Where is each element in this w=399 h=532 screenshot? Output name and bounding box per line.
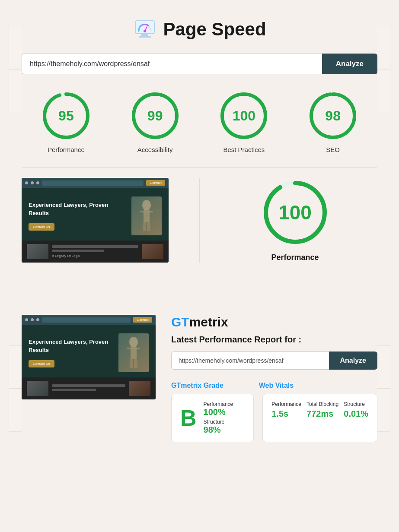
mock-dot-3 — [36, 181, 39, 184]
big-score-circle: 100 — [261, 178, 330, 247]
gt-grade-section-label: GTmetrix Grade — [171, 382, 250, 390]
score-number-seo: 98 — [325, 108, 341, 124]
score-number-accessibility: 99 — [147, 108, 163, 124]
page-title: Page Speed — [163, 19, 266, 40]
gt-vital-blocking: Total Blocking 772ms — [306, 401, 338, 419]
gt-metric-value-structure: 98% — [204, 425, 233, 435]
svg-rect-17 — [143, 222, 146, 231]
gt-vital-value-structure: 0.01% — [344, 409, 368, 419]
page-header: Page Speed — [22, 17, 377, 41]
gt-section-labels-row: GTmetrix Grade Web Vitals — [171, 382, 377, 390]
gt-vital-label-blocking: Total Blocking — [306, 401, 338, 407]
gt-vitals-section-label: Web Vitals — [259, 382, 377, 390]
website-preview-mock: Contact Experienced Lawyers, Proven Resu… — [22, 178, 169, 263]
pagespeed-section: Page Speed Analyze 95 Performance — [22, 17, 377, 282]
score-circle-performance: 95 — [40, 90, 92, 142]
score-circle-best-practices: 100 — [218, 90, 270, 142]
gt-text-lines — [52, 384, 125, 393]
mock-cta-btn: Contact — [146, 180, 165, 186]
gt-mock-hero-heading: Experienced Lawyers, Proven Results — [29, 338, 113, 354]
score-seo: 98 SEO — [307, 90, 359, 153]
score-best-practices: 100 Best Practices — [218, 90, 270, 153]
mock-url-bar — [42, 180, 144, 186]
gt-grades-row: B Performance 100% Structure 98% — [171, 394, 377, 442]
score-label-accessibility: Accessibility — [137, 146, 173, 153]
gt-mock-hero-img — [118, 333, 149, 372]
gt-metric-label-structure: Structure — [204, 419, 233, 425]
gt-metric-value-performance: 100% — [204, 407, 233, 417]
gt-vital-value-blocking: 772ms — [306, 409, 338, 419]
mock-bottom-strip: A Legacy Of Legal — [22, 241, 169, 263]
gt-mock-bottom — [22, 377, 156, 399]
gt-logo-metrix: metrix — [189, 315, 228, 329]
analyze-button[interactable]: Analyze — [322, 54, 377, 74]
gt-metric-performance: Performance 100% — [204, 401, 233, 417]
main-section-divider — [22, 292, 377, 292]
gt-grade-content: B Performance 100% Structure 98% — [180, 401, 245, 435]
gt-logo-gt: GT — [171, 315, 189, 329]
gt-dot-2 — [31, 318, 34, 321]
speedometer-icon — [133, 17, 157, 41]
gt-url-bar — [42, 317, 131, 323]
mock-dot-1 — [25, 181, 28, 184]
mock-line-2 — [52, 250, 104, 252]
gt-dot-1 — [25, 318, 28, 321]
gt-grade-letter: B — [180, 407, 197, 429]
gt-metric-structure: Structure 98% — [204, 419, 233, 435]
score-accessibility: 99 Accessibility — [129, 90, 181, 153]
gtmetrix-section: Contact Experienced Lawyers, Proven Resu… — [22, 306, 377, 442]
gt-url-input[interactable] — [171, 352, 329, 370]
big-score-col: 100 Performance — [200, 178, 377, 262]
gt-report-title: Latest Performance Report for : — [171, 335, 377, 345]
svg-rect-24 — [135, 348, 140, 349]
svg-rect-2 — [139, 36, 151, 38]
website-preview-col: Contact Experienced Lawyers, Proven Resu… — [22, 178, 200, 263]
score-number-performance: 95 — [58, 108, 74, 124]
gt-mock-hero-text: Experienced Lawyers, Proven Results Cont… — [29, 338, 113, 367]
svg-point-21 — [129, 337, 138, 347]
mock-hero: Experienced Lawyers, Proven Results Cont… — [22, 188, 169, 241]
gt-vital-label-structure: Structure — [344, 401, 368, 407]
section-divider — [22, 167, 377, 168]
svg-rect-26 — [134, 359, 137, 368]
score-label-best-practices: Best Practices — [223, 146, 265, 153]
scores-row: 95 Performance 99 Accessibility — [22, 90, 377, 153]
gtmetrix-website-preview: Contact Experienced Lawyers, Proven Resu… — [22, 315, 156, 399]
mock-hero-heading: Experienced Lawyers, Proven Results — [29, 201, 126, 217]
url-bar-row: Analyze — [22, 54, 377, 74]
gtmetrix-data-col: GTmetrix Latest Performance Report for :… — [171, 315, 377, 442]
gtmetrix-preview-col: Contact Experienced Lawyers, Proven Resu… — [22, 315, 156, 399]
gt-url-row: Analyze — [171, 352, 377, 370]
gt-vital-performance: Performance 1.5s — [271, 401, 301, 419]
gt-metrics: Performance 100% Structure 98% — [204, 401, 233, 435]
gt-mock-hero-btn: Contact Us — [29, 360, 54, 367]
mock-hero-text-block: Experienced Lawyers, Proven Results Cont… — [29, 201, 126, 230]
svg-rect-16 — [148, 211, 153, 212]
mock-dot-2 — [31, 181, 34, 184]
gt-line-1 — [52, 384, 125, 387]
gt-vitals-box: Performance 1.5s Total Blocking 772ms St… — [262, 394, 377, 442]
score-circle-seo: 98 — [307, 90, 359, 142]
gt-dot-3 — [36, 318, 39, 321]
big-score-label: Performance — [271, 253, 319, 262]
gt-analyze-button[interactable]: Analyze — [329, 352, 377, 370]
gt-metric-label-performance: Performance — [204, 401, 233, 407]
preview-score-row: Contact Experienced Lawyers, Proven Resu… — [22, 178, 377, 273]
url-input[interactable] — [22, 54, 322, 74]
svg-rect-18 — [147, 222, 150, 231]
gt-grade-box: B Performance 100% Structure 98% — [171, 394, 254, 442]
mock-line-1 — [52, 245, 138, 248]
svg-rect-25 — [130, 359, 133, 368]
gt-vital-value-performance: 1.5s — [271, 409, 301, 419]
mock-thumbnail-2 — [142, 244, 163, 259]
gt-line-2 — [52, 389, 96, 391]
score-performance: 95 Performance — [40, 90, 92, 153]
gt-vital-structure: Structure 0.01% — [344, 401, 368, 419]
gt-vital-label-performance: Performance — [271, 401, 301, 407]
gtmetrix-browser-bar: Contact — [22, 315, 156, 325]
gtmetrix-inner: Contact Experienced Lawyers, Proven Resu… — [22, 315, 377, 442]
score-number-best-practices: 100 — [233, 108, 255, 124]
score-circle-accessibility: 99 — [129, 90, 181, 142]
mock-browser-bar: Contact — [22, 178, 169, 188]
mock-thumbnail-1 — [27, 244, 48, 259]
